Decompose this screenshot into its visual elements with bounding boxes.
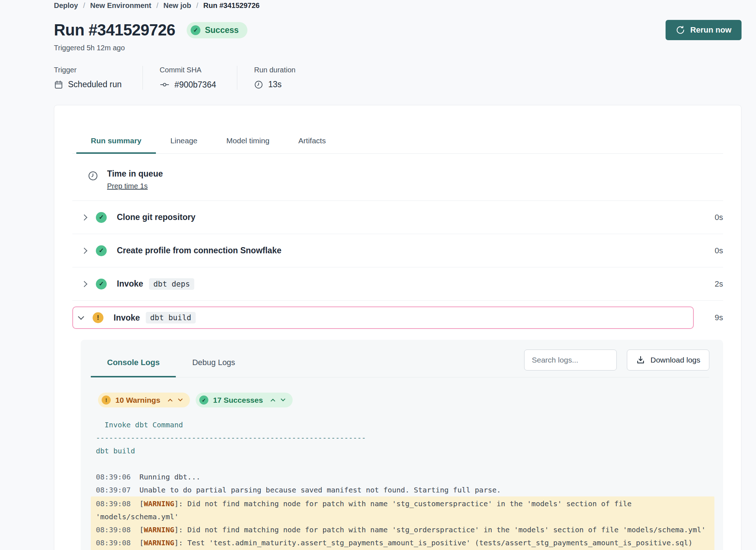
step-clone-git-repository[interactable]: ✓ Clone git repository 0s [72,201,723,234]
run-meta: Trigger Scheduled run Commit SHA [54,66,742,90]
console-log-output: Invoke dbt Command ---------------------… [91,418,709,550]
check-circle-icon: ✓ [96,212,107,223]
status-badge: ✓ Success [187,22,247,38]
log-message: Did not find matching node for patch wit… [187,525,706,534]
triggered-timestamp: Triggered 5h 12m ago [54,44,742,52]
check-circle-icon: ✓ [96,279,107,289]
caret-down-icon[interactable] [178,397,183,401]
log-timestamp: 08:39:08 [96,538,131,547]
chevron-right-icon[interactable] [81,248,88,254]
meta-duration-label: Run duration [254,66,296,74]
check-circle-icon: ✓ [96,245,107,256]
time-in-queue-title: Time in queue [107,169,163,179]
warning-circle-icon: ! [102,395,111,405]
breadcrumb-new-job[interactable]: New job [163,1,191,10]
status-badge-label: Success [205,25,238,35]
calendar-icon [54,80,63,89]
bracket: [ [139,538,144,547]
warning-tag: WARNING [144,538,174,547]
log-line: 08:39:07Unable to do partial parsing bec… [96,483,709,496]
meta-commit-value: #900b7364 [174,80,216,90]
log-line: 08:39:06Running dbt... [96,470,709,483]
step-duration: 0s [706,246,723,255]
step-duration: 2s [706,279,723,289]
meta-trigger: Trigger Scheduled run [54,66,143,90]
step-invoke-dbt-build: ! Invoke dbt build 9s [72,306,723,329]
step-invoke-dbt-build-header[interactable]: ! Invoke dbt build [72,306,694,329]
step-duration: 9s [706,313,723,322]
log-timestamp: 08:39:08 [96,525,131,534]
step-label: Create profile from connection Snowflake [117,246,281,255]
chevron-right-icon[interactable] [81,214,88,220]
log-command: dbt build [96,444,709,457]
step-command-chip: dbt build [146,312,196,323]
tab-model-timing[interactable]: Model timing [212,132,284,154]
success-check-icon: ✓ [199,395,208,405]
caret-up-icon[interactable] [271,399,275,403]
breadcrumb-current-run: Run #341529726 [203,1,260,10]
tab-run-summary[interactable]: Run summary [76,132,156,154]
warning-tag: WARNING [144,525,174,534]
breadcrumb-new-environment[interactable]: New Environment [90,1,151,10]
refresh-icon [676,25,685,35]
download-logs-button[interactable]: Download logs [627,350,709,371]
successes-badge-label: 17 Successes [213,396,263,405]
tab-console-logs[interactable]: Console Logs [91,349,176,377]
log-line-warning: 08:39:08[WARNING]:Did not find matching … [96,523,709,536]
step-label: Invoke [117,279,143,289]
log-timestamp: 08:39:07 [96,486,131,494]
meta-trigger-value: Scheduled run [68,80,122,89]
run-summary-card: Run summary Lineage Model timing Artifac… [54,105,742,550]
warnings-badge[interactable]: ! 10 Warnings [98,393,190,407]
download-logs-label: Download logs [650,356,700,364]
warning-tag: WARNING [144,499,174,508]
caret-up-icon[interactable] [168,399,173,403]
bracket: ]: [174,525,183,534]
meta-trigger-label: Trigger [54,66,122,74]
step-invoke-dbt-deps[interactable]: ✓ Invoke dbt deps 2s [72,267,723,301]
log-line-warning: 08:39:08[WARNING]:Did not find matching … [96,497,709,523]
success-check-icon: ✓ [191,25,200,35]
step-label: Invoke [114,313,140,323]
step-label: Clone git repository [117,212,195,222]
logs-panel: Console Logs Debug Logs Download logs [81,340,723,550]
breadcrumb-separator: / [83,1,85,10]
warnings-badge-label: 10 Warnings [115,396,160,405]
commit-icon [160,80,170,90]
chevron-down-icon[interactable] [78,314,84,320]
warning-log-block: 08:39:08[WARNING]:Did not find matching … [91,496,714,550]
successes-badge[interactable]: ✓ 17 Successes [196,393,293,407]
meta-commit-sha: Commit SHA #900b7364 [143,66,237,90]
log-line-warning: 08:39:08[WARNING]:Test 'test.admin_matur… [96,536,709,550]
bracket: ]: [174,538,183,547]
bracket: ]: [174,499,183,508]
bracket: [ [139,499,144,508]
warning-circle-icon: ! [93,312,103,323]
meta-commit-label: Commit SHA [160,66,216,74]
prep-time-link[interactable]: Prep time 1s [107,182,148,190]
caret-down-icon[interactable] [281,397,285,401]
clock-icon [254,80,263,89]
bracket: [ [139,525,144,534]
breadcrumb-separator: / [156,1,158,10]
rerun-now-button[interactable]: Rerun now [666,20,742,40]
step-command-chip: dbt deps [149,278,194,290]
meta-duration-value: 13s [268,80,281,89]
chevron-right-icon[interactable] [81,281,88,287]
tab-debug-logs[interactable]: Debug Logs [176,349,251,377]
rerun-now-label: Rerun now [690,25,731,35]
log-divider: ----------------------------------------… [96,431,709,444]
step-create-profile[interactable]: ✓ Create profile from connection Snowfla… [72,234,723,267]
breadcrumb-deploy[interactable]: Deploy [54,1,78,10]
log-timestamp: 08:39:06 [96,473,131,481]
tab-artifacts[interactable]: Artifacts [284,132,340,154]
step-duration: 0s [706,213,723,222]
tab-lineage[interactable]: Lineage [156,132,212,154]
download-icon [636,355,645,365]
run-tabs: Run summary Lineage Model timing Artifac… [72,132,723,154]
logs-header: Console Logs Debug Logs Download logs [91,349,709,377]
page-title: Run #341529726 [54,21,175,39]
log-command-header: Invoke dbt Command [96,418,709,431]
search-logs-input[interactable] [524,350,617,371]
breadcrumb-separator: / [196,1,198,10]
